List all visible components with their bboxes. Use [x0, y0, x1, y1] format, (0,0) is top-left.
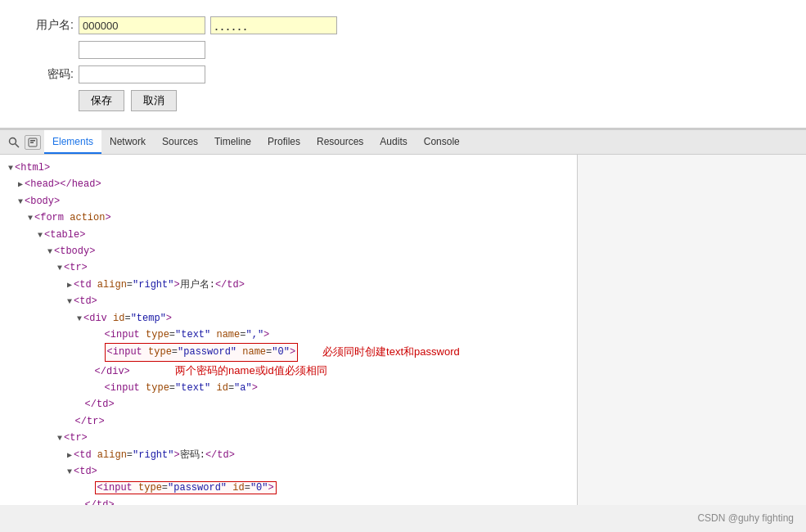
dom-styles-panel	[577, 155, 806, 505]
dom-div-close: </div> 两个密码的name或id值必须相同	[77, 362, 569, 380]
dom-td-password-label: <td align="right">密码:</td>	[67, 447, 569, 463]
watermark: CSDN @guhy fighting	[697, 512, 794, 524]
svg-rect-4	[30, 142, 34, 143]
dom-tree: <html> <head></head> <body> <form action…	[0, 155, 577, 505]
tab-audits[interactable]: Audits	[371, 130, 415, 154]
devtools-toolbar: Elements Network Sources Timeline Profil…	[0, 130, 806, 155]
annotation2: 两个密码的name或id值必须相同	[160, 364, 327, 376]
inspect-icon[interactable]	[25, 135, 41, 150]
username-input-filled[interactable]	[79, 16, 205, 34]
dom-div: <div id="temp">	[77, 310, 569, 327]
dom-input-text2: <input type="text" id="a">	[87, 380, 569, 396]
dom-head: <head></head>	[18, 176, 569, 192]
password-row: 密码:	[25, 65, 781, 83]
dom-td2-close: </td>	[67, 396, 569, 413]
username-input-empty[interactable]	[79, 41, 205, 59]
password-label: 密码:	[25, 67, 74, 82]
username-empty-row	[25, 41, 781, 59]
tab-console[interactable]: Console	[416, 130, 468, 154]
dom-input-password1: <input type="password" name="0"> 必须同时创建t…	[87, 343, 569, 361]
svg-line-1	[16, 143, 20, 147]
dom-td3: <td>	[67, 463, 569, 480]
dom-td3-close: </td>	[67, 497, 569, 505]
dom-tbody: <tbody>	[47, 243, 569, 259]
tab-profiles[interactable]: Profiles	[259, 130, 308, 154]
svg-point-0	[10, 138, 16, 144]
password-display[interactable]	[210, 16, 337, 34]
dom-tr1: <tr>	[57, 259, 569, 276]
dom-tr2: <tr>	[57, 430, 569, 446]
dom-input-password2: <input type="password" id="0">	[77, 480, 569, 496]
dom-td-label: <td align="right">用户名:</td>	[67, 277, 569, 293]
username-row: 用户名:	[25, 16, 781, 34]
dom-html: <html>	[8, 160, 569, 176]
dom-tr1-close: </tr>	[57, 413, 569, 430]
devtools-panel: Elements Network Sources Timeline Profil…	[0, 128, 806, 505]
cancel-button[interactable]: 取消	[131, 90, 177, 111]
username-label: 用户名:	[25, 18, 74, 33]
password-input-empty[interactable]	[79, 65, 205, 83]
dom-form: <form action>	[28, 210, 569, 226]
dom-body: <body>	[18, 193, 569, 210]
save-button[interactable]: 保存	[79, 90, 124, 111]
dom-td2: <td>	[67, 293, 569, 309]
tab-network[interactable]: Network	[101, 130, 154, 154]
dom-table: <table>	[38, 227, 569, 243]
tab-timeline[interactable]: Timeline	[206, 130, 259, 154]
preview-area: 用户名: 密码: 保存 取消	[0, 0, 806, 128]
tab-resources[interactable]: Resources	[308, 130, 371, 154]
tab-elements[interactable]: Elements	[44, 130, 101, 154]
form-buttons: 保存 取消	[79, 90, 781, 111]
search-icon[interactable]	[7, 135, 21, 150]
svg-rect-3	[30, 140, 35, 142]
dom-input-text: <input type="text" name=",">	[87, 327, 569, 343]
annotation1: 必须同时创建text和password	[322, 343, 460, 361]
tab-sources[interactable]: Sources	[154, 130, 206, 154]
devtools-content: <html> <head></head> <body> <form action…	[0, 155, 806, 505]
